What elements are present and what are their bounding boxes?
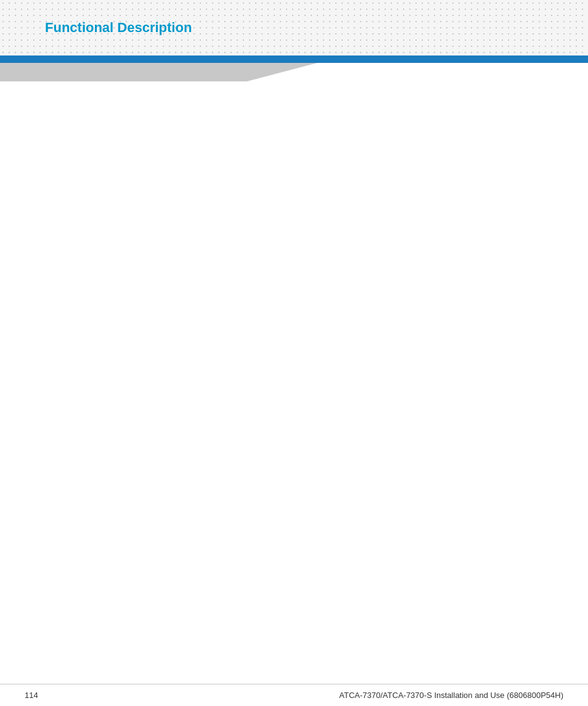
header-section: Functional Description (0, 0, 588, 55)
page-footer: 114 ATCA-7370/ATCA-7370-S Installation a… (0, 684, 588, 706)
page-title: Functional Description (45, 20, 192, 36)
gray-diagonal-stripe (0, 63, 353, 81)
header-title-area: Functional Description (0, 0, 197, 55)
gray-stripe-container (0, 63, 588, 81)
main-content-area (0, 81, 588, 684)
footer-document-title: ATCA-7370/ATCA-7370-S Installation and U… (339, 691, 563, 700)
blue-accent-bar (0, 55, 588, 63)
footer-page-number: 114 (25, 691, 38, 700)
